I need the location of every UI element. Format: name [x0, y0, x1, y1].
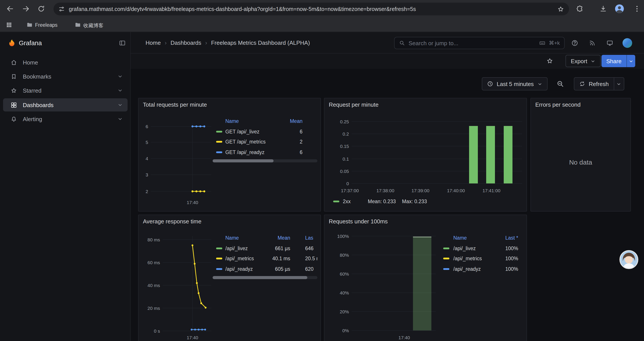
legend-series-name[interactable]: GET /api/_readyz — [225, 150, 264, 155]
legend-value: 2 — [276, 139, 302, 144]
time-range-picker[interactable]: Last 5 minutes — [482, 77, 547, 90]
home-icon — [10, 59, 17, 66]
panel-title[interactable]: Total requests per minute — [143, 101, 207, 108]
share-label[interactable]: Share — [602, 58, 626, 64]
legend-scrollbar[interactable] — [212, 276, 318, 279]
bookmark-item[interactable]: Freeleaps — [35, 22, 58, 28]
forward-icon[interactable] — [22, 5, 30, 13]
chevron-down-icon[interactable] — [118, 116, 123, 122]
legend-col-mean[interactable]: Mean — [264, 235, 290, 240]
sidebar-item-starred[interactable]: Starred — [3, 84, 128, 97]
user-avatar[interactable] — [622, 38, 632, 48]
legend-value: 6 — [276, 150, 302, 155]
folder-icon[interactable] — [26, 22, 33, 28]
back-icon[interactable] — [6, 5, 14, 13]
floating-assistant-avatar[interactable] — [620, 250, 638, 269]
share-menu-chevron[interactable] — [626, 55, 635, 67]
legend-col-last[interactable]: Last * — [483, 235, 518, 240]
breadcrumb-separator: › — [164, 40, 166, 46]
bar-chart[interactable] — [351, 234, 437, 335]
bookmark-star-icon[interactable] — [557, 6, 564, 13]
grafana-logo[interactable] — [8, 39, 16, 47]
legend-max: Max: 0.233 — [402, 199, 427, 204]
bar-chart[interactable] — [351, 118, 523, 188]
sidebar-item-label: Alerting — [23, 116, 42, 122]
chevron-down-icon[interactable] — [118, 74, 123, 79]
share-button[interactable]: Share — [602, 55, 635, 67]
sidebar-item-alerting[interactable]: Alerting — [3, 112, 128, 126]
breadcrumb-home[interactable]: Home — [146, 40, 161, 46]
chevron-down-icon[interactable] — [118, 102, 123, 108]
line-chart[interactable] — [150, 123, 212, 200]
y-axis-tick: 40 ms — [141, 283, 160, 288]
news-rss-icon[interactable] — [589, 40, 596, 47]
browser-menu-icon[interactable] — [633, 5, 641, 13]
refresh-button[interactable]: Refresh — [574, 77, 624, 90]
legend-series-name[interactable]: 2xx — [343, 199, 351, 204]
panel-title[interactable]: Request per minute — [329, 101, 378, 108]
brand-title: Grafana — [19, 40, 42, 47]
legend-series-name[interactable]: /api/_metrics — [225, 256, 254, 261]
legend-last-value: 100% — [492, 246, 518, 251]
legend-col-name[interactable]: Name — [453, 235, 467, 240]
legend-series-name[interactable]: /api/_livez — [453, 246, 476, 251]
folder-icon[interactable] — [74, 22, 81, 28]
legend-series-name[interactable]: /api/_readyz — [453, 266, 481, 272]
tune-icon[interactable] — [58, 6, 65, 12]
download-icon[interactable] — [599, 5, 607, 13]
legend-col-mean[interactable]: Mean — [276, 119, 302, 124]
favorite-star-icon[interactable] — [546, 58, 553, 65]
scrollbar-thumb[interactable] — [212, 159, 274, 162]
legend-col-name[interactable]: Name — [225, 119, 239, 124]
legend-series-name[interactable]: /api/_livez — [225, 246, 248, 251]
extensions-icon[interactable] — [576, 5, 584, 13]
y-axis-tick: 40% — [329, 290, 349, 295]
sidebar-item-dashboards[interactable]: Dashboards — [3, 98, 128, 112]
help-icon[interactable] — [571, 40, 578, 47]
sidebar-item-bookmarks[interactable]: Bookmarks — [3, 70, 128, 83]
y-axis-tick: 0.05 — [329, 169, 349, 174]
sidebar-item-home[interactable]: Home — [3, 56, 128, 69]
legend-series-name[interactable]: /api/_metrics — [453, 256, 482, 261]
panel-under-100ms: Requests under 100ms 100% 80% 60% 40% 20… — [324, 215, 527, 341]
legend-series-name[interactable]: GET /api/_metrics — [225, 139, 266, 144]
monitor-icon[interactable] — [606, 40, 613, 47]
panel-title[interactable]: Average response time — [143, 218, 202, 225]
scrollbar-thumb[interactable] — [212, 276, 307, 279]
zoom-out-icon[interactable] — [556, 80, 564, 88]
legend-scrollbar[interactable] — [212, 159, 318, 162]
chevron-down-icon[interactable] — [118, 88, 123, 93]
keyboard-icon — [539, 40, 545, 46]
panel-avg-response: Average response time 80 ms 60 ms 40 ms … — [138, 215, 321, 341]
profile-avatar[interactable] — [614, 4, 625, 14]
panel-title[interactable]: Requests under 100ms — [329, 218, 388, 225]
x-axis-tick: 17:40:00 — [443, 188, 469, 193]
legend-col-last[interactable]: Las — [305, 235, 313, 240]
y-axis-tick: 2 — [138, 189, 148, 194]
url-bar[interactable]: grafana.mathmast.com/d/deytv4rwavabkb/fr… — [54, 3, 569, 15]
refresh-main[interactable]: Refresh — [574, 81, 614, 87]
x-axis-tick: 17:37:00 — [337, 188, 363, 193]
search-input[interactable]: Search or jump to... ⌘+k — [394, 37, 565, 49]
y-axis-tick: 20% — [329, 309, 349, 314]
series-swatch — [216, 151, 222, 153]
star-icon — [10, 87, 17, 94]
sidebar-toggle-icon[interactable] — [119, 40, 126, 47]
legend-mean-value: 661 µs — [264, 246, 290, 251]
breadcrumb-dashboards[interactable]: Dashboards — [170, 40, 201, 46]
bookmark-item[interactable]: 收藏博客 — [83, 22, 104, 29]
line-chart[interactable] — [162, 236, 212, 336]
legend-series-name[interactable]: GET /api/_livez — [225, 129, 260, 134]
y-axis-tick: 4 — [138, 156, 148, 161]
export-button[interactable]: Export — [566, 55, 600, 67]
y-axis-tick: 0% — [329, 328, 349, 333]
dashboards-icon — [10, 102, 17, 108]
legend-series-name[interactable]: /api/_readyz — [225, 266, 253, 272]
apps-grid-icon[interactable] — [6, 22, 12, 28]
reload-icon[interactable] — [37, 5, 45, 13]
y-axis-tick: 20 ms — [141, 305, 160, 311]
refresh-interval-chevron[interactable] — [614, 77, 624, 90]
legend-col-name[interactable]: Name — [225, 235, 239, 240]
panel-title[interactable]: Errors per second — [535, 101, 581, 108]
url-text[interactable]: grafana.mathmast.com/d/deytv4rwavabkb/fr… — [69, 6, 557, 12]
